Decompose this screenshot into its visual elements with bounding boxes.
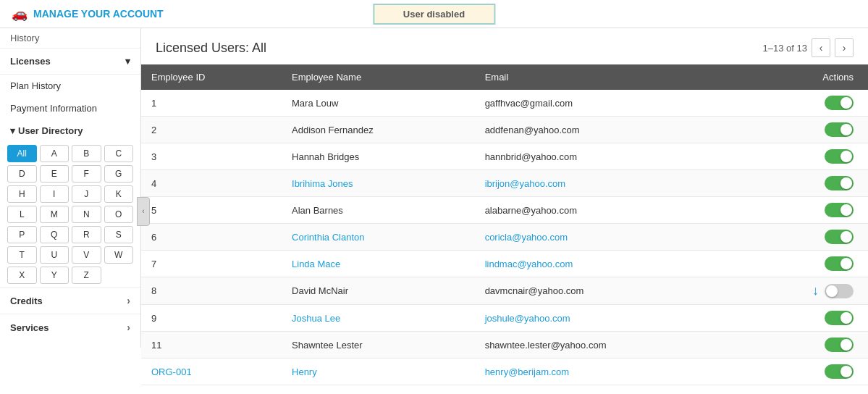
toggle-track[interactable] (825, 311, 854, 325)
user-toggle[interactable] (825, 96, 854, 110)
user-toggle[interactable] (825, 284, 854, 298)
notification-text: User disabled (403, 9, 465, 20)
toggle-track[interactable] (825, 96, 854, 110)
sidebar-item-services[interactable]: Services › (0, 314, 140, 340)
arrow-indicator: ↓ (812, 283, 819, 298)
employee-id-cell: 4 (141, 170, 282, 197)
toggle-track[interactable] (825, 364, 854, 379)
toggle-track[interactable] (825, 284, 854, 298)
col-email: Email (475, 64, 743, 90)
letter-btn-e[interactable]: E (40, 165, 69, 183)
sidebar-item-credits[interactable]: Credits › (0, 287, 140, 314)
toggle-track[interactable] (825, 203, 854, 217)
prev-page-button[interactable]: ‹ (812, 38, 830, 57)
sidebar-item-user-directory[interactable]: ▾ User Directory (0, 120, 140, 142)
toggle-thumb (840, 312, 852, 324)
toggle-thumb (840, 366, 852, 377)
chevron-down-icon: ▾ (125, 56, 130, 67)
letter-btn-k[interactable]: K (104, 185, 134, 203)
letter-btn-all[interactable]: All (7, 145, 37, 162)
app-title: 🚗 MANAGE YOUR ACCOUNT (12, 6, 164, 22)
letter-btn-x[interactable]: X (7, 267, 37, 284)
table-row: 6Corinthia Clantoncoricla@yahoo.com (141, 224, 868, 251)
toggle-track[interactable] (825, 176, 854, 190)
letter-btn-f[interactable]: F (72, 165, 101, 183)
letter-btn-c[interactable]: C (104, 145, 134, 162)
employee-name-cell: David McNair (282, 277, 475, 305)
actions-cell (743, 359, 868, 385)
history-label: History (10, 33, 39, 43)
next-page-button[interactable]: › (835, 38, 854, 57)
user-toggle[interactable] (825, 230, 854, 244)
user-toggle[interactable] (825, 122, 854, 137)
credits-label: Credits (10, 296, 43, 306)
letter-btn-j[interactable]: J (72, 185, 101, 203)
letter-btn-g[interactable]: G (104, 165, 134, 183)
user-toggle[interactable] (825, 364, 854, 379)
sidebar-item-plan-history[interactable]: Plan History (0, 75, 140, 97)
user-toggle[interactable] (825, 338, 854, 352)
user-toggle[interactable] (825, 149, 854, 164)
letter-btn-b[interactable]: B (72, 145, 101, 162)
letter-btn-n[interactable]: N (72, 206, 101, 223)
employee-name-cell: Joshua Lee (282, 305, 475, 332)
toggle-track[interactable] (825, 338, 854, 352)
letter-btn-u[interactable]: U (40, 246, 69, 264)
table-row: 11Shawntee Lestershawntee.lester@yahoo.c… (141, 332, 868, 359)
user-toggle[interactable] (825, 203, 854, 217)
pagination-text: 1–13 of 13 (763, 43, 807, 54)
toggle-track[interactable] (825, 149, 854, 164)
email-cell: hannbrid@yahoo.com (475, 143, 743, 170)
sidebar-bottom: Credits › Services › (0, 287, 140, 340)
letter-btn-m[interactable]: M (40, 206, 69, 223)
email-cell: alabarne@yahoo.com (475, 197, 743, 224)
user-toggle[interactable] (825, 176, 854, 190)
sidebar-collapse-button[interactable]: ‹ (137, 197, 150, 226)
sidebar-item-licenses[interactable]: Licenses ▾ (0, 49, 140, 75)
email-cell: gaffhvac@gmail.com (475, 90, 743, 117)
letter-btn-y[interactable]: Y (40, 267, 69, 284)
email-cell: coricla@yahoo.com (475, 224, 743, 251)
col-actions: Actions (743, 64, 868, 90)
letter-btn-w[interactable]: W (104, 246, 134, 264)
employee-name-cell: Henry (282, 359, 475, 385)
letter-btn-l[interactable]: L (7, 206, 37, 223)
letter-btn-z[interactable]: Z (72, 267, 101, 284)
letter-btn-h[interactable]: H (7, 185, 37, 203)
toggle-track[interactable] (825, 122, 854, 137)
letter-btn-s[interactable]: S (104, 226, 134, 243)
letter-btn-r[interactable]: R (72, 226, 101, 243)
top-header: 🚗 MANAGE YOUR ACCOUNT User disabled (0, 0, 868, 28)
letter-btn-o[interactable]: O (104, 206, 134, 223)
sidebar-item-payment-info[interactable]: Payment Information (0, 97, 140, 120)
letter-btn-d[interactable]: D (7, 165, 37, 183)
actions-cell (743, 251, 868, 277)
letter-btn-t[interactable]: T (7, 246, 37, 264)
actions-cell (743, 170, 868, 197)
chevron-down-small-icon: ▾ (10, 125, 15, 136)
actions-cell (743, 224, 868, 251)
letter-btn-q[interactable]: Q (40, 226, 69, 243)
user-toggle[interactable] (825, 256, 854, 271)
toggle-thumb (840, 339, 852, 351)
toggle-thumb (840, 124, 852, 135)
actions-cell: ↓ (743, 277, 868, 305)
actions-cell (743, 90, 868, 117)
employee-id-cell: 6 (141, 224, 282, 251)
users-table: Employee ID Employee Name Email Actions … (141, 64, 868, 385)
email-cell: ibrijon@yahoo.com (475, 170, 743, 197)
email-cell: addfenan@yahoo.com (475, 117, 743, 143)
table-row: 4Ibrihima Jonesibrijon@yahoo.com (141, 170, 868, 197)
table-row: 7Linda Macelindmac@yahoo.com (141, 251, 868, 277)
table-row: 1Mara Louwgaffhvac@gmail.com (141, 90, 868, 117)
letter-btn-a[interactable]: A (40, 145, 69, 162)
employee-name-cell: Mara Louw (282, 90, 475, 117)
email-cell: davmcnair@yahoo.com (475, 277, 743, 305)
sidebar-item-history[interactable]: History (0, 28, 140, 49)
user-toggle[interactable] (825, 311, 854, 325)
letter-btn-v[interactable]: V (72, 246, 101, 264)
toggle-track[interactable] (825, 230, 854, 244)
letter-btn-i[interactable]: I (40, 185, 69, 203)
letter-btn-p[interactable]: P (7, 226, 37, 243)
toggle-track[interactable] (825, 256, 854, 271)
